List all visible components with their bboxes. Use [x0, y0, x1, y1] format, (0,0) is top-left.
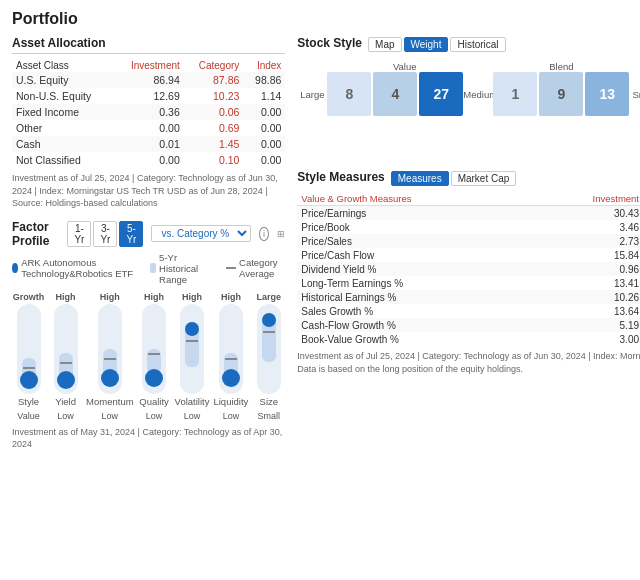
measures-row: Historical Earnings % 10.26 15.01 35.74: [297, 290, 640, 304]
factor-bar: [54, 304, 78, 394]
factor-ball: [57, 371, 75, 389]
measures-row: Price/Cash Flow 15.84 19.72 19.06: [297, 248, 640, 262]
asset-name: Fixed Income: [12, 104, 114, 120]
factor-col-style: GrowthStyleValue: [12, 292, 45, 421]
col-header-asset: Asset Class: [12, 59, 114, 72]
asset-investment: 12.69: [114, 88, 184, 104]
factor-header: Factor Profile 1-Yr3-Yr5-Yr vs. Category…: [12, 220, 285, 248]
stock-style-tab-weight[interactable]: Weight: [404, 37, 449, 52]
measures-row: Dividend Yield % 0.96 0.64 0.63: [297, 262, 640, 276]
category-tick: [186, 340, 198, 342]
grid-icon[interactable]: ⊞: [277, 227, 286, 241]
measure-name: Book-Value Growth %: [297, 332, 534, 346]
measures-footnote: Investment as of Jul 25, 2024 | Category…: [297, 350, 640, 375]
stock-style-title: Stock Style: [297, 36, 362, 53]
measures-row: Price/Sales 2.73 6.04 5.43: [297, 234, 640, 248]
stock-grid-cell: 27: [419, 72, 463, 116]
col-header-category: Category: [184, 59, 244, 72]
factor-tab-5-yr[interactable]: 5-Yr: [119, 221, 143, 247]
measure-investment: 5.19: [534, 318, 640, 332]
measure-investment: 15.84: [534, 248, 640, 262]
factor-bar: [257, 304, 281, 394]
factor-tab-3-yr[interactable]: 3-Yr: [93, 221, 117, 247]
asset-allocation-title: Asset Allocation: [12, 36, 285, 54]
factor-col-liquidity: HighLiquidityLow: [213, 292, 248, 421]
asset-category: 1.45: [184, 136, 244, 152]
factor-ball: [20, 371, 38, 389]
factor-col-yield: HighYieldLow: [49, 292, 82, 421]
factor-col-label: Liquidity: [213, 396, 248, 407]
factor-top-value: High: [56, 292, 76, 302]
asset-index: 0.00: [243, 136, 285, 152]
asset-name: U.S. Equity: [12, 72, 114, 88]
stock-style-grid-container: ValueBlendGrowth Large8427Medium1913Smal…: [297, 61, 640, 160]
factor-col-label: Yield: [55, 396, 76, 407]
asset-index: 0.00: [243, 104, 285, 120]
page-title: Portfolio: [12, 10, 628, 28]
factor-ball: [262, 313, 276, 327]
factor-col-size: LargeSizeSmall: [252, 292, 285, 421]
asset-row: Non-U.S. Equity 12.69 10.23 1.14: [12, 88, 285, 104]
measures-col-header-inv: Investment: [534, 192, 640, 206]
measure-investment: 3.46: [534, 220, 640, 234]
factor-top-value: Large: [257, 292, 282, 302]
factor-bar: [219, 304, 243, 394]
asset-investment: 0.36: [114, 104, 184, 120]
measure-investment: 0.96: [534, 262, 640, 276]
legend-dot: [12, 263, 18, 273]
vs-category-select[interactable]: vs. Category %: [151, 225, 251, 242]
stock-style-tabs: MapWeightHistorical: [368, 37, 506, 52]
asset-allocation-table: Asset Class Investment Category Index U.…: [12, 59, 285, 168]
measures-tab-market-cap[interactable]: Market Cap: [451, 171, 517, 186]
factor-ball: [145, 369, 163, 387]
measures-col-header-name: Value & Growth Measures: [297, 192, 534, 206]
factor-col-volatility: HighVolatilityLow: [175, 292, 210, 421]
factor-top-value: High: [182, 292, 202, 302]
measure-investment: 13.41: [534, 276, 640, 290]
factor-bottom-value: Low: [184, 411, 201, 421]
stock-row-header: Large: [297, 89, 327, 100]
factor-top-value: High: [144, 292, 164, 302]
factor-ball: [185, 322, 199, 336]
factor-col-label: Volatility: [175, 396, 210, 407]
measures-row: Sales Growth % 13.64 8.51 10.34: [297, 304, 640, 318]
factor-top-value: Growth: [13, 292, 45, 302]
asset-index: 0.00: [243, 120, 285, 136]
info-icon[interactable]: i: [259, 227, 268, 241]
factor-bar: [142, 304, 166, 394]
stock-grid-cell: 13: [585, 72, 629, 116]
legend-line: [226, 267, 236, 269]
asset-index: 1.14: [243, 88, 285, 104]
category-tick: [148, 353, 160, 355]
asset-row: Fixed Income 0.36 0.06 0.00: [12, 104, 285, 120]
measures-tab-measures[interactable]: Measures: [391, 171, 449, 186]
factor-bar: [17, 304, 41, 394]
stock-col-header: Value: [327, 61, 482, 72]
measures-tabs: MeasuresMarket Cap: [391, 171, 517, 186]
asset-investment: 0.01: [114, 136, 184, 152]
stock-row-header: Small: [629, 89, 640, 100]
asset-category: 10.23: [184, 88, 244, 104]
measure-investment: 30.43: [534, 206, 640, 221]
measures-row: Price/Book 3.46 6.79 7.26: [297, 220, 640, 234]
measures-row: Price/Earnings 30.43 29.27 28.64: [297, 206, 640, 221]
factor-col-label: Quality: [139, 396, 169, 407]
stock-style-tab-map[interactable]: Map: [368, 37, 401, 52]
stock-style-grid-wrap: ValueBlendGrowth Large8427Medium1913Smal…: [297, 61, 640, 160]
category-tick: [104, 358, 116, 360]
category-tick: [263, 331, 275, 333]
factor-bottom-value: Low: [102, 411, 119, 421]
measure-investment: 2.73: [534, 234, 640, 248]
measure-investment: 3.00: [534, 332, 640, 346]
stock-style-tab-historical[interactable]: Historical: [450, 37, 505, 52]
measure-name: Cash-Flow Growth %: [297, 318, 534, 332]
asset-name: Other: [12, 120, 114, 136]
factor-tab-1-yr[interactable]: 1-Yr: [67, 221, 91, 247]
measure-name: Long-Term Earnings %: [297, 276, 534, 290]
left-column: Asset Allocation Asset Class Investment …: [12, 36, 285, 451]
measure-name: Dividend Yield %: [297, 262, 534, 276]
measure-investment: 13.64: [534, 304, 640, 318]
asset-name: Not Classified: [12, 152, 114, 168]
asset-category: 0.69: [184, 120, 244, 136]
stock-col-header: Blend: [484, 61, 639, 72]
